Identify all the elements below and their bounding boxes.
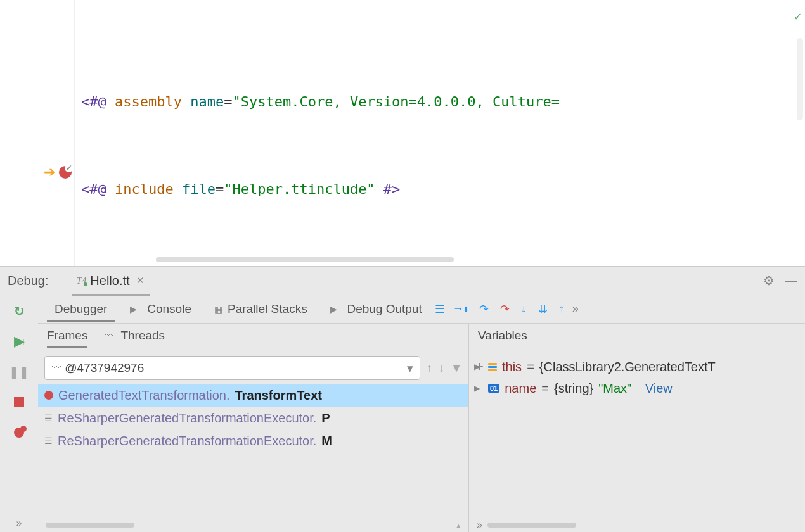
- close-icon[interactable]: ✕: [136, 275, 145, 286]
- more-actions-icon[interactable]: »: [572, 302, 579, 315]
- step-into-button[interactable]: ↓: [521, 302, 527, 316]
- gear-icon[interactable]: ⚙: [763, 273, 775, 288]
- view-link[interactable]: View: [645, 381, 673, 396]
- tab-threads[interactable]: 〰Threads: [105, 329, 165, 348]
- directive-open: <#@: [81, 87, 106, 117]
- debug-tool-window: Debug: T4 Hello.tt ✕ ⚙ — ↻ ▶| ❚❚ » Debug…: [0, 266, 805, 532]
- stack-frame-icon: ☰: [44, 436, 53, 446]
- smart-step-into-button[interactable]: ⇊: [538, 302, 548, 316]
- vertical-scrollbar[interactable]: [797, 38, 803, 120]
- horizontal-scrollbar[interactable]: [487, 522, 576, 528]
- stack-frame-icon: ☰: [44, 413, 53, 423]
- console-icon: ▶_: [130, 304, 142, 314]
- code-line: <#: [81, 262, 805, 266]
- tool-window-title: Debug:: [8, 274, 49, 288]
- rerun-button[interactable]: ↻: [10, 302, 28, 320]
- variables-title: Variables: [478, 329, 527, 348]
- breakpoint-dot-icon: [44, 391, 53, 400]
- stop-button[interactable]: [10, 393, 28, 411]
- settings-icon[interactable]: ☰: [435, 302, 445, 316]
- breakpoint-icon[interactable]: [59, 166, 72, 179]
- expand-icon[interactable]: ▶: [474, 384, 483, 393]
- stacks-icon: ▦: [214, 304, 222, 314]
- scroll-up-button[interactable]: ▴: [456, 521, 461, 530]
- frame-row[interactable]: ☰ ReSharperGeneratedTransformationExecut…: [38, 429, 468, 452]
- frames-pane: Frames 〰Threads 〰 @4737942976 ▾ ↑ ↓ ▼: [38, 324, 469, 532]
- analysis-ok-icon: ✓: [794, 2, 801, 31]
- variable-row[interactable]: ▶ this = {ClassLibrary2.GeneratedTextT: [474, 356, 800, 377]
- code-line: <#@ include file="Helper.ttinclude" #>: [81, 175, 805, 204]
- primitive-icon: 01: [488, 384, 499, 393]
- minimize-icon[interactable]: —: [785, 274, 797, 288]
- debug-sub-tabs: Debugger ▶_Console ▦Parallel Stacks ▶_De…: [38, 294, 805, 324]
- session-filename: Hello.tt: [90, 274, 129, 288]
- more-icon[interactable]: »: [10, 514, 28, 532]
- thread-selector[interactable]: 〰 @4737942976 ▾: [44, 356, 420, 380]
- tab-parallel-stacks[interactable]: ▦Parallel Stacks: [204, 297, 318, 321]
- code-editor[interactable]: ✓ <#@ assembly name="System.Core, Versio…: [75, 0, 805, 266]
- step-out-button[interactable]: ↑: [559, 302, 565, 316]
- code-line: <#@ assembly name="System.Core, Version=…: [81, 87, 805, 117]
- debug-toolbar: ↻ ▶| ❚❚ »: [0, 294, 38, 532]
- show-execution-point-button[interactable]: →▮: [453, 302, 468, 316]
- frame-row[interactable]: GeneratedTextTransformation.TransformTex…: [38, 384, 468, 407]
- tab-debugger[interactable]: Debugger: [44, 297, 117, 321]
- tab-console[interactable]: ▶_Console: [120, 297, 202, 321]
- thread-icon: 〰: [51, 362, 61, 374]
- step-over-button[interactable]: ↷: [479, 302, 489, 316]
- variables-list[interactable]: ▶ this = {ClassLibrary2.GeneratedTextT ▶…: [469, 353, 805, 402]
- next-frame-button[interactable]: ↓: [439, 362, 444, 375]
- expand-icon[interactable]: ▶: [474, 362, 483, 371]
- horizontal-scrollbar[interactable]: [46, 522, 134, 528]
- thread-icon: 〰: [105, 330, 115, 341]
- frame-row[interactable]: ☰ ReSharperGeneratedTransformationExecut…: [38, 407, 468, 429]
- tab-frames[interactable]: Frames: [47, 329, 87, 348]
- tab-debug-output[interactable]: ▶_Debug Output: [320, 297, 432, 321]
- prev-frame-button[interactable]: ↑: [427, 362, 432, 375]
- output-icon: ▶_: [330, 304, 342, 314]
- gutter-current-line[interactable]: ➔: [0, 158, 72, 187]
- frames-list[interactable]: GeneratedTextTransformation.TransformTex…: [38, 384, 468, 452]
- debug-session-tab[interactable]: T4 Hello.tt ✕: [70, 270, 151, 292]
- pause-button[interactable]: ❚❚: [10, 363, 28, 381]
- object-icon: [488, 362, 497, 372]
- breakpoints-button[interactable]: [10, 424, 28, 441]
- filter-button[interactable]: ▼: [451, 362, 462, 375]
- chevron-down-icon: ▾: [407, 361, 413, 376]
- editor-gutter: ➔: [0, 0, 75, 266]
- execution-pointer-icon: ➔: [44, 164, 55, 180]
- force-step-over-button[interactable]: ↷: [500, 302, 510, 316]
- variables-pane: Variables + ▶ this = {ClassLibrary2.Gene…: [469, 324, 805, 532]
- horizontal-scrollbar[interactable]: [156, 257, 454, 262]
- more-icon[interactable]: »: [477, 519, 482, 531]
- resume-button[interactable]: ▶|: [10, 332, 28, 350]
- t4-file-icon: T4: [77, 276, 87, 286]
- variable-row[interactable]: ▶ 01 name = {string} "Max" View: [474, 377, 800, 399]
